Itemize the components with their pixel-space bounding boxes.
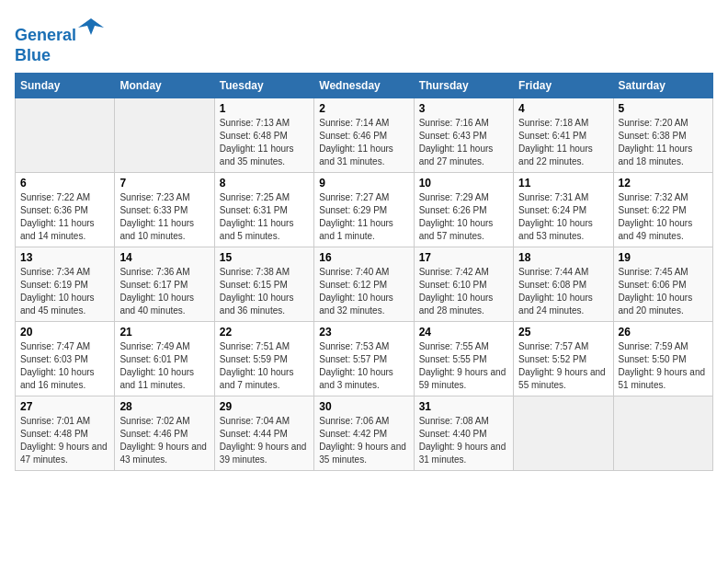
day-info: Sunrise: 7:57 AM Sunset: 5:52 PM Dayligh…: [518, 340, 608, 392]
logo-blue: Blue: [15, 46, 51, 64]
day-info: Sunrise: 7:27 AM Sunset: 6:29 PM Dayligh…: [319, 191, 408, 243]
day-info: Sunrise: 7:36 AM Sunset: 6:17 PM Dayligh…: [119, 266, 209, 317]
day-number: 21: [119, 326, 209, 339]
week-row-1: 1Sunrise: 7:13 AM Sunset: 6:48 PM Daylig…: [16, 98, 713, 173]
day-info: Sunrise: 7:20 AM Sunset: 6:38 PM Dayligh…: [619, 117, 708, 168]
day-cell: 22Sunrise: 7:51 AM Sunset: 5:59 PM Dayli…: [214, 322, 313, 396]
day-info: Sunrise: 7:47 AM Sunset: 6:03 PM Dayligh…: [20, 340, 109, 392]
header-cell-monday: Monday: [115, 74, 214, 98]
day-cell: 26Sunrise: 7:59 AM Sunset: 5:50 PM Dayli…: [613, 322, 712, 396]
day-cell: 5Sunrise: 7:20 AM Sunset: 6:38 PM Daylig…: [613, 98, 712, 173]
day-number: 13: [20, 251, 109, 264]
day-cell: 29Sunrise: 7:04 AM Sunset: 4:44 PM Dayli…: [214, 396, 313, 471]
day-number: 26: [619, 326, 708, 339]
day-cell: 13Sunrise: 7:34 AM Sunset: 6:19 PM Dayli…: [16, 247, 115, 322]
week-row-5: 27Sunrise: 7:01 AM Sunset: 4:48 PM Dayli…: [16, 396, 713, 471]
day-number: 2: [319, 102, 408, 115]
day-info: Sunrise: 7:34 AM Sunset: 6:19 PM Dayligh…: [20, 266, 109, 317]
day-cell: 23Sunrise: 7:53 AM Sunset: 5:57 PM Dayli…: [314, 322, 414, 396]
day-number: 28: [119, 400, 209, 413]
day-info: Sunrise: 7:04 AM Sunset: 4:44 PM Dayligh…: [220, 415, 309, 466]
day-number: 18: [518, 251, 608, 264]
day-cell: [16, 98, 115, 173]
day-info: Sunrise: 7:32 AM Sunset: 6:22 PM Dayligh…: [619, 191, 708, 243]
header-cell-tuesday: Tuesday: [214, 74, 313, 98]
day-info: Sunrise: 7:49 AM Sunset: 6:01 PM Dayligh…: [119, 340, 209, 392]
week-row-4: 20Sunrise: 7:47 AM Sunset: 6:03 PM Dayli…: [16, 322, 713, 396]
day-cell: 3Sunrise: 7:16 AM Sunset: 6:43 PM Daylig…: [414, 98, 513, 173]
day-cell: 7Sunrise: 7:23 AM Sunset: 6:33 PM Daylig…: [115, 173, 214, 247]
day-cell: [115, 98, 214, 173]
day-cell: 6Sunrise: 7:22 AM Sunset: 6:36 PM Daylig…: [16, 173, 115, 247]
day-number: 25: [518, 326, 608, 339]
day-cell: 28Sunrise: 7:02 AM Sunset: 4:46 PM Dayli…: [115, 396, 214, 471]
day-cell: 10Sunrise: 7:29 AM Sunset: 6:26 PM Dayli…: [414, 173, 513, 247]
day-number: 9: [319, 177, 408, 190]
day-cell: [514, 396, 613, 471]
day-info: Sunrise: 7:02 AM Sunset: 4:46 PM Dayligh…: [119, 415, 209, 466]
day-info: Sunrise: 7:23 AM Sunset: 6:33 PM Dayligh…: [119, 191, 209, 243]
header-cell-friday: Friday: [514, 74, 613, 98]
day-info: Sunrise: 7:14 AM Sunset: 6:46 PM Dayligh…: [319, 117, 408, 168]
svg-marker-0: [78, 18, 104, 35]
day-cell: 19Sunrise: 7:45 AM Sunset: 6:06 PM Dayli…: [613, 247, 712, 322]
day-cell: 12Sunrise: 7:32 AM Sunset: 6:22 PM Dayli…: [613, 173, 712, 247]
day-cell: 4Sunrise: 7:18 AM Sunset: 6:41 PM Daylig…: [514, 98, 613, 173]
day-number: 6: [20, 177, 109, 190]
day-cell: 20Sunrise: 7:47 AM Sunset: 6:03 PM Dayli…: [16, 322, 115, 396]
day-cell: 1Sunrise: 7:13 AM Sunset: 6:48 PM Daylig…: [214, 98, 313, 173]
day-cell: 17Sunrise: 7:42 AM Sunset: 6:10 PM Dayli…: [414, 247, 513, 322]
day-number: 7: [119, 177, 209, 190]
day-cell: 14Sunrise: 7:36 AM Sunset: 6:17 PM Dayli…: [115, 247, 214, 322]
day-info: Sunrise: 7:06 AM Sunset: 4:42 PM Dayligh…: [319, 415, 408, 466]
week-row-3: 13Sunrise: 7:34 AM Sunset: 6:19 PM Dayli…: [16, 247, 713, 322]
day-number: 24: [419, 326, 508, 339]
day-number: 29: [220, 400, 309, 413]
calendar-table: SundayMondayTuesdayWednesdayThursdayFrid…: [15, 73, 713, 471]
day-cell: 25Sunrise: 7:57 AM Sunset: 5:52 PM Dayli…: [514, 322, 613, 396]
day-number: 4: [518, 102, 608, 115]
day-number: 22: [220, 326, 309, 339]
day-info: Sunrise: 7:29 AM Sunset: 6:26 PM Dayligh…: [419, 191, 508, 243]
day-number: 11: [518, 177, 608, 190]
day-number: 30: [319, 400, 408, 413]
day-cell: 11Sunrise: 7:31 AM Sunset: 6:24 PM Dayli…: [514, 173, 613, 247]
day-info: Sunrise: 7:44 AM Sunset: 6:08 PM Dayligh…: [518, 266, 608, 317]
day-cell: 2Sunrise: 7:14 AM Sunset: 6:46 PM Daylig…: [314, 98, 414, 173]
day-number: 23: [319, 326, 408, 339]
header-cell-saturday: Saturday: [613, 74, 712, 98]
day-cell: 27Sunrise: 7:01 AM Sunset: 4:48 PM Dayli…: [16, 396, 115, 471]
day-info: Sunrise: 7:31 AM Sunset: 6:24 PM Dayligh…: [518, 191, 608, 243]
day-cell: 8Sunrise: 7:25 AM Sunset: 6:31 PM Daylig…: [214, 173, 313, 247]
day-number: 27: [20, 400, 109, 413]
day-number: 3: [419, 102, 508, 115]
day-number: 1: [220, 102, 309, 115]
day-info: Sunrise: 7:45 AM Sunset: 6:06 PM Dayligh…: [619, 266, 708, 317]
day-info: Sunrise: 7:08 AM Sunset: 4:40 PM Dayligh…: [419, 415, 508, 466]
day-info: Sunrise: 7:53 AM Sunset: 5:57 PM Dayligh…: [319, 340, 408, 392]
day-number: 14: [119, 251, 209, 264]
day-number: 19: [619, 251, 708, 264]
day-cell: 31Sunrise: 7:08 AM Sunset: 4:40 PM Dayli…: [414, 396, 513, 471]
header-row: SundayMondayTuesdayWednesdayThursdayFrid…: [16, 74, 713, 98]
logo: General Blue: [15, 15, 104, 65]
week-row-2: 6Sunrise: 7:22 AM Sunset: 6:36 PM Daylig…: [16, 173, 713, 247]
day-cell: 21Sunrise: 7:49 AM Sunset: 6:01 PM Dayli…: [115, 322, 214, 396]
day-cell: 18Sunrise: 7:44 AM Sunset: 6:08 PM Dayli…: [514, 247, 613, 322]
logo-bird-icon: [78, 15, 104, 40]
day-cell: 24Sunrise: 7:55 AM Sunset: 5:55 PM Dayli…: [414, 322, 513, 396]
header-cell-sunday: Sunday: [16, 74, 115, 98]
day-cell: 16Sunrise: 7:40 AM Sunset: 6:12 PM Dayli…: [314, 247, 414, 322]
day-info: Sunrise: 7:59 AM Sunset: 5:50 PM Dayligh…: [619, 340, 708, 392]
day-info: Sunrise: 7:51 AM Sunset: 5:59 PM Dayligh…: [220, 340, 309, 392]
day-info: Sunrise: 7:13 AM Sunset: 6:48 PM Dayligh…: [220, 117, 309, 168]
day-info: Sunrise: 7:42 AM Sunset: 6:10 PM Dayligh…: [419, 266, 508, 317]
day-number: 20: [20, 326, 109, 339]
day-info: Sunrise: 7:25 AM Sunset: 6:31 PM Dayligh…: [220, 191, 309, 243]
logo-text: General Blue: [15, 15, 104, 65]
day-info: Sunrise: 7:40 AM Sunset: 6:12 PM Dayligh…: [319, 266, 408, 317]
day-cell: 9Sunrise: 7:27 AM Sunset: 6:29 PM Daylig…: [314, 173, 414, 247]
day-info: Sunrise: 7:38 AM Sunset: 6:15 PM Dayligh…: [220, 266, 309, 317]
day-number: 10: [419, 177, 508, 190]
day-cell: 30Sunrise: 7:06 AM Sunset: 4:42 PM Dayli…: [314, 396, 414, 471]
